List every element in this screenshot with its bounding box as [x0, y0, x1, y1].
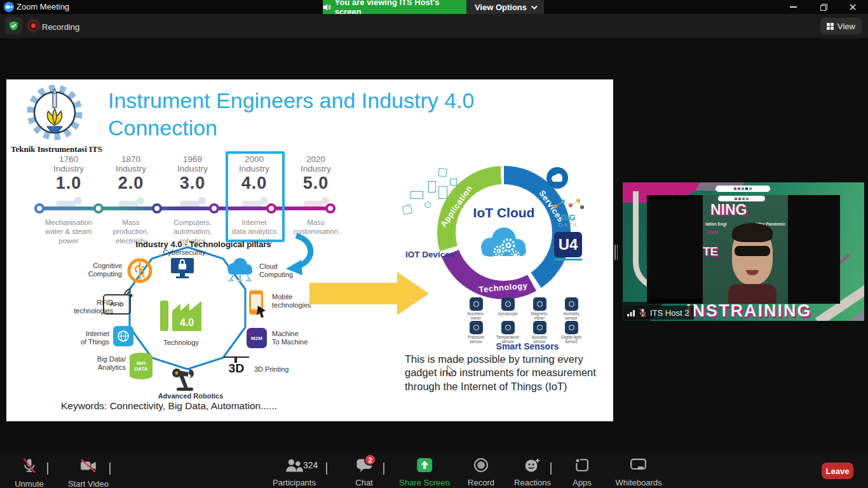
- iot-devices-icons: [399, 168, 466, 232]
- unmute-button[interactable]: Unmute: [15, 458, 44, 488]
- slide-body-text: This is made possible by turning every g…: [405, 353, 608, 393]
- cursor-icon: [447, 365, 455, 377]
- restore-icon: [820, 4, 827, 11]
- speaker-icon: [323, 3, 331, 11]
- instraining-banner-text: INSTRAINING: [686, 301, 812, 321]
- mic-muted-icon: [21, 458, 37, 474]
- banner-arrows-text: »»»: [707, 228, 718, 236]
- video-inner-panel: NING tation Engi After Pandemic »»» TE: [703, 195, 788, 304]
- view-layout-button[interactable]: View: [820, 18, 862, 34]
- apps-button[interactable]: Apps: [573, 458, 592, 487]
- pillar-robotics-label: Advanced Robotics: [153, 392, 229, 400]
- participant-hair: [732, 223, 773, 242]
- recording-dot-icon: [29, 22, 37, 30]
- timeline-stage-2: 1870Industry 2.0: [99, 154, 163, 212]
- camera-muted-icon: [79, 458, 97, 474]
- panel-divider-handle[interactable]: [614, 245, 620, 260]
- smart-sensors-grid: Accelero- meter Gyroscope Magneto- meter…: [460, 297, 595, 344]
- rfid-waves-icon: [122, 284, 139, 298]
- shared-screen-area: Teknik Instrumentasi ITS Instrument Engi…: [0, 38, 868, 452]
- timeline-node: [93, 203, 104, 214]
- big-data-icon: BIG DATA: [130, 353, 153, 379]
- svg-text:4.0: 4.0: [180, 317, 194, 328]
- close-icon: ✕: [848, 1, 857, 13]
- big-data-logo: BiG DATA: [548, 198, 588, 228]
- smart-sensors-title: Smart Sensors: [460, 341, 595, 351]
- start-video-button[interactable]: Start Video: [68, 458, 109, 488]
- magnetometer-icon: [533, 297, 546, 311]
- participant-name: ITS Host 2: [650, 308, 689, 318]
- minimize-icon: [790, 6, 797, 8]
- timeline-node: [152, 203, 162, 214]
- whiteboards-button[interactable]: Whiteboards: [616, 458, 662, 487]
- view-options-button[interactable]: View Options: [466, 0, 544, 14]
- timeline-stage-1: 1760Industry 1.0: [37, 154, 100, 212]
- video-inner-left-bar: [647, 195, 703, 304]
- pillar-bigdata-label: Big Data/ Analytics: [84, 355, 126, 372]
- mic-muted-icon: [639, 308, 647, 317]
- security-badge-button[interactable]: [5, 17, 22, 34]
- presentation-slide: Teknik Instrumentasi ITS Instrument Engi…: [6, 79, 613, 421]
- pillars-center-label: Technology: [163, 339, 199, 346]
- logo-caption: Teknik Instrumentasi ITS: [9, 144, 104, 154]
- grid-view-icon: [827, 23, 834, 30]
- timeline-node: [325, 203, 336, 214]
- video-options-caret[interactable]: [109, 464, 111, 475]
- sponsor-logos-strip: [718, 196, 765, 201]
- temperature-icon: [501, 321, 515, 334]
- cloud-service-logo: [546, 167, 568, 189]
- reactions-button[interactable]: Reactions: [514, 458, 551, 487]
- timeline-node: [209, 203, 219, 214]
- zoom-logo-icon: [4, 2, 14, 12]
- unmute-options-caret[interactable]: [47, 464, 48, 475]
- iot-devices-label: IOT Devices: [405, 250, 454, 259]
- window-title: Zoom Meeting: [17, 2, 69, 11]
- reactions-caret[interactable]: [550, 464, 552, 475]
- chat-unread-badge: 2: [364, 454, 376, 466]
- yellow-arrow-head: [397, 272, 429, 315]
- title-bar: Zoom Meeting You are viewing ITS Host's …: [0, 0, 868, 14]
- restore-button[interactable]: [811, 0, 836, 14]
- humidity-icon: [565, 297, 578, 311]
- machine-to-machine-icon: M2M: [247, 328, 267, 348]
- digital-light-icon: [565, 321, 578, 334]
- internet-of-things-icon: [113, 326, 133, 346]
- banner-sub-text: tation Engi: [705, 222, 727, 226]
- advanced-robotics-icon: [170, 367, 198, 392]
- video-inner-right-bar: [788, 195, 840, 304]
- pillar-iot-label: Internet of Things: [72, 330, 109, 346]
- sunglasses: [735, 246, 770, 256]
- share-screen-button[interactable]: Share Screen: [399, 458, 450, 487]
- keywords-line: Keywords: Connectivity, Big Data, Automa…: [61, 400, 277, 412]
- share-screen-icon: [416, 458, 433, 473]
- pillar-cloud-label: Cloud Computing: [259, 262, 304, 279]
- sensor-magnetometer: Magneto- meter: [524, 297, 555, 321]
- recording-label: Recording: [42, 22, 79, 32]
- leave-button[interactable]: Leave: [822, 463, 853, 479]
- participants-icon: [285, 458, 304, 473]
- close-button[interactable]: ✕: [840, 0, 865, 14]
- chevron-down-icon: [531, 3, 538, 10]
- banner-partial-text: NING: [710, 201, 747, 219]
- record-button[interactable]: Record: [468, 458, 494, 487]
- slide-title: Instrument Engineers and Industry 4.0 Co…: [108, 87, 572, 141]
- sensor-gyroscope: Gyroscope: [492, 297, 524, 321]
- sensor-humidity: Humidity sensor: [555, 297, 587, 321]
- banner-partial-text-2: TE: [703, 245, 718, 259]
- meeting-info-bar: Recording View: [0, 14, 868, 38]
- sensor-accelerometer: Accelero- meter: [460, 297, 492, 321]
- participant-video-tile[interactable]: »»» »»» NING tation Engi After Pandemic …: [623, 182, 864, 321]
- accelerometer-icon: [470, 297, 483, 311]
- sponsor-logos-strip: [715, 186, 770, 192]
- minimize-button[interactable]: [780, 0, 806, 14]
- reactions-icon: [524, 458, 541, 473]
- chat-caret[interactable]: [383, 464, 384, 475]
- pillar-printing-label: 3D Printing: [254, 365, 299, 374]
- participants-caret[interactable]: [326, 464, 327, 475]
- iot-cloud-icon: [475, 224, 532, 264]
- shield-check-icon: [8, 20, 19, 31]
- pillar-cognitive-label: Cognitive Computing: [81, 262, 122, 278]
- timeline-node: [34, 203, 44, 214]
- big-data-dots-icon: [550, 198, 586, 212]
- mobile-technologies-icon: [247, 289, 268, 318]
